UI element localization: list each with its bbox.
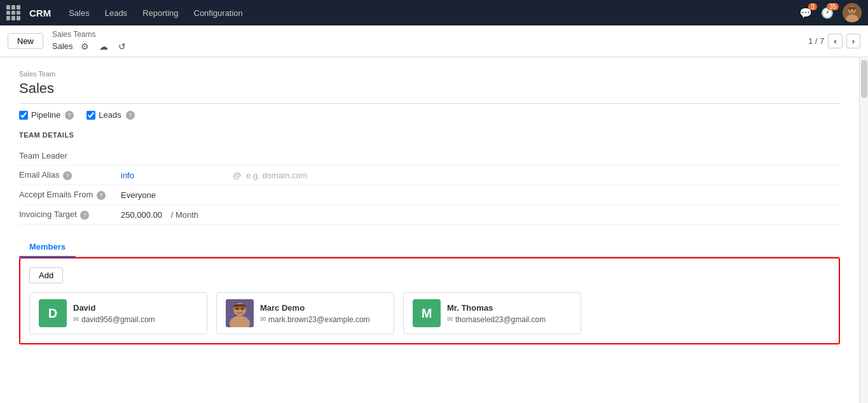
cloud-icon[interactable]: ☁ — [97, 40, 111, 53]
member-card-thomas: M Mr. Thomas ✉ thomaseled23@gmail.com — [403, 292, 581, 334]
tab-bar: Members — [19, 237, 840, 257]
team-leader-label: Team Leader — [19, 151, 121, 160]
email-icon-thomas: ✉ — [447, 315, 453, 323]
member-info-thomas: Mr. Thomas ✉ thomaseled23@gmail.com — [447, 303, 546, 324]
member-name-marc: Marc Demo — [260, 303, 370, 313]
leads-help-icon[interactable]: ? — [126, 111, 135, 120]
pagination-label: 1 / 7 — [808, 36, 824, 46]
invoicing-target-value: 250,000.00 / Month — [121, 210, 840, 220]
email-icon-marc: ✉ — [260, 315, 266, 323]
member-email-thomas: ✉ thomaseled23@gmail.com — [447, 315, 546, 324]
settings-icon[interactable]: ⚙ — [78, 40, 92, 53]
member-card-david: D David ✉ david956@gmail.com — [29, 292, 207, 334]
user-avatar[interactable] — [843, 3, 862, 22]
email-at-sign: @ — [233, 171, 241, 180]
member-info-marc: Marc Demo ✉ mark.brown23@example.com — [260, 303, 370, 324]
leads-label: Leads — [99, 110, 121, 120]
section-label: Sales Team — [19, 70, 840, 78]
email-alias-help-icon[interactable]: ? — [63, 171, 72, 180]
pipeline-label: Pipeline — [31, 110, 60, 120]
scrollbar-thumb[interactable] — [861, 60, 867, 98]
content-area: Sales Team Sales Pipeline ? Leads ? TEAM… — [0, 57, 859, 403]
add-button[interactable]: Add — [29, 267, 63, 283]
accept-emails-value[interactable]: Everyone — [121, 190, 840, 200]
leads-checkbox-item[interactable]: Leads ? — [86, 110, 134, 120]
team-details-header: TEAM DETAILS — [19, 131, 840, 139]
topnav-right: 💬3 🕐35 — [799, 3, 862, 22]
main-area: Sales Team Sales Pipeline ? Leads ? TEAM… — [0, 57, 868, 403]
breadcrumb-parent[interactable]: Sales Teams — [52, 30, 128, 39]
next-button[interactable]: › — [846, 34, 860, 48]
member-avatar-thomas: M — [413, 299, 441, 327]
member-cards: D David ✉ david956@gmail.com — [29, 292, 830, 334]
invoicing-target-help-icon[interactable]: ? — [80, 211, 89, 220]
leads-checkbox[interactable] — [86, 111, 95, 120]
refresh-icon[interactable]: ↺ — [116, 40, 128, 53]
member-info-david: David ✉ david956@gmail.com — [73, 303, 155, 324]
breadcrumb-actions: Sales ⚙ ☁ ↺ — [52, 40, 128, 53]
menu-reporting[interactable]: Reporting — [136, 6, 184, 20]
toolbar: New Sales Teams Sales ⚙ ☁ ↺ 1 / 7 ‹ › — [0, 25, 868, 57]
email-alias-row: Email Alias ? @ e.g. domain.com — [19, 166, 840, 185]
team-leader-row: Team Leader — [19, 146, 840, 166]
email-icon-david: ✉ — [73, 315, 79, 323]
accept-emails-row: Accept Emails From ? Everyone — [19, 185, 840, 205]
chat-icon[interactable]: 💬3 — [799, 7, 812, 19]
member-avatar-marc — [226, 299, 254, 327]
main-menu: Sales Leads Reporting Configuration — [62, 6, 249, 20]
pipeline-checkbox[interactable] — [19, 111, 28, 120]
email-alias-label: Email Alias ? — [19, 170, 121, 180]
invoicing-target-row: Invoicing Target ? 250,000.00 / Month — [19, 205, 840, 225]
accept-emails-help-icon[interactable]: ? — [97, 191, 106, 200]
menu-leads[interactable]: Leads — [99, 6, 134, 20]
record-title: Sales — [19, 80, 840, 97]
title-divider — [19, 103, 840, 104]
tab-members[interactable]: Members — [19, 237, 76, 257]
clock-icon[interactable]: 🕐35 — [821, 7, 834, 19]
toolbar-right: 1 / 7 ‹ › — [808, 34, 860, 48]
checkboxes: Pipeline ? Leads ? — [19, 110, 840, 120]
invoicing-period: / Month — [171, 210, 198, 220]
pipeline-checkbox-item[interactable]: Pipeline ? — [19, 110, 74, 120]
member-name-david: David — [73, 303, 155, 313]
member-card-marc: Marc Demo ✉ mark.brown23@example.com — [216, 292, 394, 334]
brand-label[interactable]: CRM — [29, 8, 51, 18]
breadcrumb: Sales Teams Sales ⚙ ☁ ↺ — [52, 30, 128, 53]
member-avatar-david: D — [39, 299, 67, 327]
svg-rect-10 — [234, 306, 245, 310]
email-domain-placeholder: e.g. domain.com — [246, 171, 307, 180]
members-tab-area: Members Add D David ✉ david956@gm — [19, 237, 840, 344]
member-name-thomas: Mr. Thomas — [447, 303, 546, 313]
apps-menu-icon[interactable] — [6, 5, 22, 20]
breadcrumb-current: Sales — [52, 41, 73, 51]
new-button[interactable]: New — [8, 33, 43, 49]
chat-badge: 3 — [808, 3, 817, 10]
members-list-area: Add D David ✉ david956@gmail.com — [19, 257, 840, 344]
prev-button[interactable]: ‹ — [828, 34, 842, 48]
scrollbar-track[interactable] — [859, 57, 868, 403]
member-email-david: ✉ david956@gmail.com — [73, 315, 155, 324]
email-alias-input[interactable] — [121, 171, 228, 180]
member-email-marc: ✉ mark.brown23@example.com — [260, 315, 370, 324]
email-alias-field[interactable]: @ e.g. domain.com — [121, 171, 840, 180]
clock-badge: 35 — [827, 3, 839, 10]
accept-emails-label: Accept Emails From ? — [19, 190, 121, 200]
menu-sales[interactable]: Sales — [62, 6, 96, 20]
invoicing-target-label: Invoicing Target ? — [19, 209, 121, 220]
top-navigation: CRM Sales Leads Reporting Configuration … — [0, 0, 868, 25]
menu-configuration[interactable]: Configuration — [188, 6, 249, 20]
pipeline-help-icon[interactable]: ? — [65, 111, 74, 120]
